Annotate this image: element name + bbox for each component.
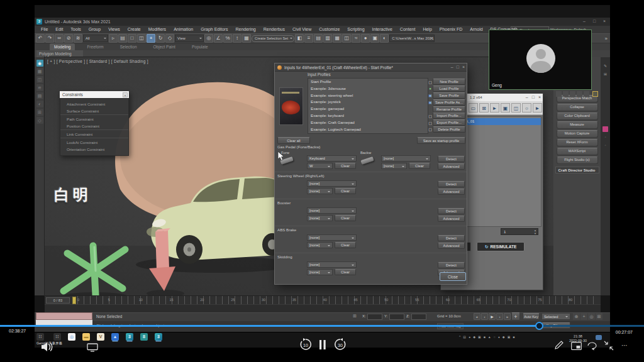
toolbar-icon[interactable]: ◐ — [380, 34, 389, 43]
maximize-icon[interactable]: □ — [591, 19, 597, 23]
maximize-icon[interactable]: □ — [457, 65, 459, 69]
resimulate-button[interactable]: ↻ RESIMULATE — [477, 242, 525, 251]
toolbar-icon[interactable]: ▦ — [333, 34, 341, 43]
menu-item[interactable]: Arnold — [466, 26, 486, 33]
craft-director-studio-rollout[interactable]: Craft Director Studio — [555, 167, 599, 173]
forw-device-dropdown[interactable]: Keyboard — [307, 155, 357, 162]
project-folder-dropdown[interactable]: C:\Users\W...s Max 2021 — [389, 35, 435, 42]
display-icon[interactable] — [87, 343, 98, 352]
maxscript-listener-pink[interactable] — [36, 312, 92, 320]
key-dropdown[interactable]: [none] — [307, 269, 333, 275]
utility-button[interactable]: MAXScript — [557, 148, 598, 155]
tray-icon[interactable]: ■ — [484, 335, 486, 339]
viewport-nav-icon[interactable]: ⊞ — [596, 313, 602, 320]
utility-button[interactable]: Measure — [557, 121, 598, 129]
tray-icon[interactable]: ◆ — [473, 335, 475, 339]
rewind-10-button[interactable]: 10 — [299, 338, 312, 351]
transform-tool-icon[interactable]: ◇ — [165, 34, 174, 43]
taskbar-app-icon[interactable]: V — [97, 333, 104, 341]
craft-toolbar-icon[interactable]: ▭ — [469, 103, 478, 112]
clear-button[interactable]: Clear — [409, 163, 430, 169]
toolbar-icon[interactable]: ◧ — [295, 34, 304, 43]
polygon-modeling-tab[interactable]: Polygon Modeling — [36, 50, 83, 57]
ribbon-tab[interactable]: Modeling — [50, 43, 75, 50]
auto-key-button[interactable]: Auto Key — [523, 313, 540, 320]
viewport-nav-icon[interactable]: ◎ — [588, 313, 595, 320]
utility-button[interactable]: Reset XForm — [557, 139, 598, 146]
taskbar-app-icon[interactable]: ▬ — [82, 333, 90, 341]
menu-item[interactable]: Modifiers — [145, 26, 170, 33]
menu-item[interactable]: Group — [85, 26, 104, 33]
set-key-button[interactable]: + — [511, 312, 520, 321]
profile-action-button[interactable]: Load Profile — [433, 85, 465, 92]
device-dropdown[interactable]: [none] — [307, 207, 357, 214]
toolbar-icon[interactable]: ∞ — [55, 34, 64, 43]
detect-button[interactable]: Detect — [438, 235, 465, 241]
tray-icon[interactable]: ◆ — [502, 335, 505, 339]
profile-action-button[interactable]: Save Profile As... — [433, 99, 465, 106]
exit-fullscreen-icon[interactable] — [604, 341, 614, 351]
dot-icon[interactable]: ◦ — [602, 143, 608, 148]
save-startup-button[interactable]: Save as startup profile — [417, 137, 465, 144]
menu-item[interactable]: Renderbus — [260, 26, 289, 33]
toolbar-icon[interactable]: ▹ — [109, 34, 118, 43]
forward-30-button[interactable]: 30 — [334, 338, 347, 351]
toolbar-icon[interactable]: ▥ — [323, 34, 332, 43]
menu-item[interactable]: File — [37, 26, 52, 33]
device-dropdown[interactable]: [none] — [307, 261, 357, 268]
viewport-label[interactable]: [ + ] [ Perspective ] [ Standard ] [ Def… — [47, 59, 148, 63]
toolbar-icon[interactable]: ● — [361, 34, 370, 43]
annotate-pencil-icon[interactable] — [554, 340, 564, 350]
utility-button[interactable]: Collapse — [557, 104, 598, 111]
profile-action-button[interactable]: Import Profile... — [433, 112, 465, 119]
snap-toggle-icon[interactable]: ↕ — [233, 34, 242, 43]
toolbar-overflow-icon[interactable]: » — [605, 36, 608, 41]
profile-list-item[interactable]: Example: steering wheel — [308, 92, 428, 99]
profile-action-button[interactable]: Rename Profile — [433, 106, 465, 112]
dialog-titlebar[interactable]: Inputs for 4WheelerExt_01 (Craft 4Wheele… — [275, 63, 467, 72]
utility-button[interactable]: Flight Studio (c) — [557, 156, 598, 164]
constraint-menu-item[interactable]: Link Constraint — [60, 131, 128, 138]
left-toolbar-icon[interactable]: ◫ — [36, 76, 43, 83]
toolbar-icon[interactable]: ▤ — [314, 34, 323, 43]
dialog-close-button[interactable]: Close — [440, 272, 466, 281]
left-toolbar-icon[interactable]: ◇ — [36, 117, 43, 124]
detect-button[interactable]: Detect — [438, 208, 465, 214]
craft-toolbar-icon[interactable]: ⊠ — [479, 103, 489, 112]
tray-icon[interactable]: ▤ — [463, 335, 466, 339]
progress-handle[interactable] — [535, 322, 543, 330]
menu-item[interactable]: Tools — [67, 26, 84, 33]
tray-icon[interactable]: ● — [498, 335, 500, 339]
taskbar-app-icon[interactable]: 3 — [126, 333, 133, 341]
profiles-list[interactable]: Start ProfileExample: 3dsmouseExample: s… — [308, 78, 428, 134]
menu-item[interactable]: Interactive — [369, 26, 396, 33]
ribbon-tab[interactable]: Populate — [187, 43, 213, 50]
menu-item[interactable]: Content — [396, 26, 419, 33]
constraint-menu-item[interactable]: Attachment Constraint — [60, 101, 128, 107]
tray-icon[interactable]: ▣ — [478, 335, 481, 339]
viewport-nav-icon[interactable]: ⊕ — [573, 313, 580, 320]
constraint-menu-item[interactable]: Orientation Constraint — [60, 146, 128, 153]
snap-toggle-icon[interactable]: ▦ — [242, 34, 251, 43]
menu-item[interactable]: Animation — [170, 26, 197, 33]
pen-icon[interactable]: ✎ — [602, 63, 608, 69]
profile-action-button[interactable]: New Profile — [433, 79, 465, 85]
toolbar-icon[interactable]: ◫ — [137, 34, 146, 43]
selection-filter-dropdown[interactable]: All — [83, 35, 108, 42]
profile-list-item[interactable]: Example: gamepad — [308, 106, 428, 112]
device-dropdown[interactable]: [none] — [307, 234, 357, 241]
tray-icon[interactable]: ^ — [459, 335, 460, 339]
dot-icon[interactable]: ◦ — [602, 134, 608, 140]
menu-item[interactable]: Phoenix FD — [436, 26, 467, 33]
utility-button[interactable]: Motion Capture — [557, 130, 598, 138]
tray-icon[interactable]: ■ — [513, 335, 514, 339]
clear-button[interactable]: Clear — [335, 242, 356, 248]
snap-toggle-icon[interactable]: ∠ — [214, 34, 223, 43]
taskbar-app-icon[interactable]: 8 — [140, 333, 148, 341]
constraint-menu-item[interactable]: Surface Constraint — [60, 107, 128, 115]
more-options-icon[interactable]: ⋯ — [621, 342, 628, 349]
minimize-icon[interactable]: – — [451, 65, 453, 69]
picture-in-picture-icon[interactable] — [571, 342, 582, 350]
minimize-icon[interactable]: – — [581, 19, 587, 23]
close-icon[interactable]: × — [601, 19, 608, 23]
